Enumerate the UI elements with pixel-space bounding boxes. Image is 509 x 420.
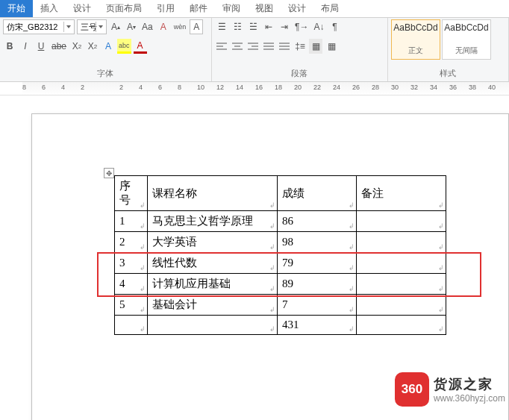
table-cell[interactable]: 3 (115, 253, 148, 274)
table-cell[interactable]: 89 (278, 274, 357, 295)
table-cell[interactable] (148, 316, 278, 335)
table-row[interactable]: 2大学英语98 (115, 232, 446, 253)
table-cell[interactable]: 2 (115, 232, 148, 253)
tab-page-layout[interactable]: 页面布局 (99, 0, 149, 17)
ruler-tick: 28 (372, 84, 379, 91)
table-header-cell[interactable]: 序号 (115, 176, 148, 211)
table-cell[interactable]: 1 (115, 211, 148, 232)
table-cell[interactable]: 86 (278, 211, 357, 232)
ruler-tick: 10 (197, 84, 204, 91)
strike-button[interactable]: abe (50, 39, 68, 54)
tab-review[interactable]: 审阅 (215, 0, 248, 17)
tab-insert[interactable]: 插入 (33, 0, 66, 17)
table-cell[interactable]: 计算机应用基础 (148, 274, 278, 295)
style-normal[interactable]: AaBbCcDd 正文 (391, 19, 440, 60)
watermark-url: www.360hyzj.com (434, 393, 505, 404)
table-row[interactable]: 5基础会计7 (115, 295, 446, 316)
table-cell[interactable] (357, 253, 446, 274)
horizontal-ruler[interactable]: 8642246810121416182022242628303234363840 (0, 82, 509, 95)
tab-home[interactable]: 开始 (0, 0, 33, 17)
text-effects-button[interactable]: A (102, 39, 115, 54)
table-cell[interactable]: 马克思主义哲学原理 (148, 211, 278, 232)
bullets-button[interactable]: ☰ (215, 19, 228, 34)
clear-format-button[interactable]: A (157, 19, 170, 34)
ruler-tick: 26 (352, 84, 360, 91)
phonetic-guide-button[interactable]: wèn (172, 19, 188, 34)
align-left-button[interactable] (215, 39, 228, 54)
table-cell[interactable] (115, 316, 148, 335)
multilevel-button[interactable]: ☱ (246, 19, 260, 34)
table-cell[interactable] (357, 274, 446, 295)
table-cell[interactable]: 7 (278, 295, 357, 316)
ltr-button[interactable]: ¶→ (293, 19, 310, 34)
table-move-handle-icon[interactable]: ✥ (104, 168, 114, 178)
tab-references[interactable]: 引用 (149, 0, 182, 17)
table-row[interactable]: 4计算机应用基础89 (115, 274, 446, 295)
font-size-select[interactable]: 三号 (77, 19, 107, 34)
tab-table-layout[interactable]: 布局 (313, 0, 346, 17)
font-color-button[interactable]: A (134, 39, 147, 54)
ruler-tick: 16 (255, 84, 263, 91)
show-marks-button[interactable]: ¶ (328, 19, 341, 34)
ruler-tick: 22 (313, 84, 321, 91)
ruler-tick: 8 (178, 84, 181, 91)
ruler-tick: 4 (61, 84, 65, 91)
group-font: 仿宋_GB2312 三号 A▴ A▾ Aa A wèn A B I U abe (0, 18, 212, 81)
line-spacing-button[interactable]: ‡≡ (293, 39, 307, 54)
table-total-row[interactable]: 431 (115, 316, 446, 335)
ruler-tick: 4 (139, 84, 143, 91)
char-border-button[interactable]: A (190, 19, 203, 34)
table-cell[interactable]: 98 (278, 232, 357, 253)
align-distribute-button[interactable] (278, 39, 291, 54)
table-cell[interactable]: 基础会计 (148, 295, 278, 316)
style-nospace[interactable]: AaBbCcDd 无间隔 (442, 19, 491, 60)
subscript-button[interactable]: X2 (70, 39, 84, 54)
table-cell[interactable]: 线性代数 (148, 253, 278, 274)
table-cell[interactable] (357, 232, 446, 253)
ruler-tick: 34 (430, 84, 437, 91)
highlight-button[interactable]: abc (117, 39, 131, 54)
table-row[interactable]: 1马克思主义哲学原理86 (115, 211, 446, 232)
table-cell[interactable]: 5 (115, 295, 148, 316)
watermark-badge: 360 (395, 372, 429, 407)
align-center-button[interactable] (231, 39, 244, 54)
numbering-button[interactable]: ☷ (231, 19, 244, 34)
table-row[interactable]: 3线性代数79 (115, 253, 446, 274)
tab-view[interactable]: 视图 (248, 0, 281, 17)
tab-design[interactable]: 设计 (66, 0, 99, 17)
superscript-button[interactable]: X2 (86, 39, 99, 54)
style-nospace-label: 无间隔 (455, 46, 478, 56)
borders-button[interactable]: ▦ (325, 39, 338, 54)
table-cell[interactable] (357, 295, 446, 316)
style-preview: AaBbCcDd (393, 23, 437, 33)
group-font-label: 字体 (3, 66, 207, 81)
group-paragraph-label: 段落 (215, 66, 383, 81)
grow-font-button[interactable]: A▴ (109, 19, 122, 34)
tab-table-design[interactable]: 设计 (281, 0, 313, 17)
bold-button[interactable]: B (3, 39, 16, 54)
table-cell[interactable]: 431 (278, 316, 357, 335)
document-table[interactable]: 序号课程名称成绩备注1马克思主义哲学原理862大学英语983线性代数794计算机… (114, 175, 446, 335)
change-case-button[interactable]: Aa (140, 19, 154, 34)
table-cell[interactable] (357, 316, 446, 335)
table-cell[interactable]: 4 (115, 274, 148, 295)
increase-indent-button[interactable]: ⇥ (278, 19, 291, 34)
table-header-cell[interactable]: 成绩 (278, 176, 357, 211)
shading-button[interactable]: ▦ (309, 39, 322, 54)
table-cell[interactable] (357, 211, 446, 232)
table-cell[interactable]: 79 (278, 253, 357, 274)
underline-button[interactable]: U (34, 39, 48, 54)
decrease-indent-button[interactable]: ⇤ (262, 19, 275, 34)
table-cell[interactable]: 大学英语 (148, 232, 278, 253)
italic-button[interactable]: I (19, 39, 32, 54)
table-header-cell[interactable]: 备注 (357, 176, 446, 211)
table-header-cell[interactable]: 课程名称 (148, 176, 278, 211)
shrink-font-button[interactable]: A▾ (125, 19, 138, 34)
ruler-tick: 8 (22, 84, 26, 91)
font-name-select[interactable]: 仿宋_GB2312 (3, 19, 75, 34)
align-justify-button[interactable] (262, 39, 275, 54)
tab-mailings[interactable]: 邮件 (182, 0, 215, 17)
sort-button[interactable]: A↓ (312, 19, 325, 34)
font-size-value: 三号 (81, 22, 97, 33)
align-right-button[interactable] (246, 39, 260, 54)
